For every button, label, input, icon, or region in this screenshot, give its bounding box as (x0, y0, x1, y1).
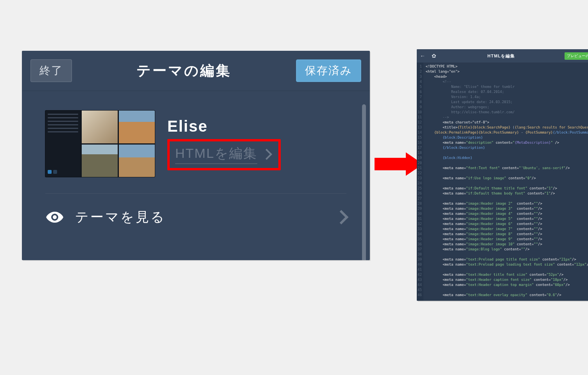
theme-edit-panel: 終了 テーマの編集 保存済み (22, 51, 370, 260)
back-icon[interactable]: ← (418, 53, 427, 59)
edit-html-link[interactable]: HTMLを編集 (167, 139, 281, 170)
editor-body[interactable]: 1 2 3 4 5 6 7 8 9 10 11 12 13 14 15 16 1… (417, 62, 588, 301)
thumb-cell (82, 111, 118, 143)
theme-meta: Elise HTMLを編集 (167, 118, 281, 170)
line-gutter: 1 2 3 4 5 6 7 8 9 10 11 12 13 14 15 16 1… (417, 62, 423, 301)
exit-button[interactable]: 終了 (30, 59, 72, 82)
chevron-right-icon (334, 210, 349, 225)
thumb-cell (119, 145, 155, 177)
view-theme-label: テーマを見る (75, 208, 325, 226)
editor-header: ← ✿ HTMLを編集 プレビューの更新 (417, 49, 588, 62)
theme-row: Elise HTMLを編集 (45, 111, 346, 177)
panel-title: テーマの編集 (72, 61, 296, 80)
editor-title: HTMLを編集 (441, 53, 561, 59)
thumb-cell (119, 111, 155, 143)
preview-update-button[interactable]: プレビューの更新 (565, 52, 588, 60)
gear-icon[interactable]: ✿ (430, 53, 438, 59)
instruction-frame: 終了 テーマの編集 保存済み (22, 35, 566, 304)
chevron-right-icon (261, 148, 272, 159)
saved-button[interactable]: 保存済み (296, 59, 361, 82)
code-editor-panel: ← ✿ HTMLを編集 プレビューの更新 1 2 3 4 5 6 7 8 9 1… (417, 49, 588, 301)
code-area[interactable]: <!DOCTYPE HTML> <html lang="en"> <head> … (423, 62, 588, 301)
edit-html-label: HTMLを編集 (175, 145, 257, 164)
thumb-sidebar (45, 111, 81, 177)
theme-name: Elise (167, 118, 281, 135)
eye-icon (45, 208, 64, 227)
theme-thumbnail (45, 111, 155, 177)
scrollbar[interactable] (362, 104, 366, 260)
view-theme-row[interactable]: テーマを見る (45, 194, 346, 245)
thumb-cell (82, 145, 118, 177)
theme-edit-header: 終了 テーマの編集 保存済み (22, 51, 370, 91)
panel-body: Elise HTMLを編集 テーマを見る (22, 91, 370, 260)
